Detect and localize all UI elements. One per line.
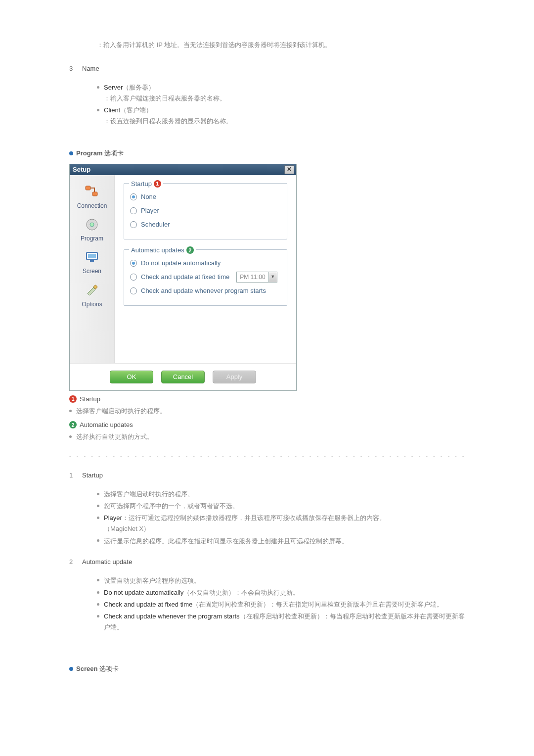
radio-label: Check and update whenever program starts [141, 285, 266, 296]
player-note: （MagicNet X） [104, 523, 465, 534]
time-value: PM 11:00 [237, 272, 268, 282]
setup-dialog: Setup ✕ Connection Program [69, 164, 297, 391]
list-item: 您可选择两个程序中的一个，或者两者皆不选。 [97, 501, 465, 512]
list-item: Player：运行可通过远程控制的媒体播放器程序，并且该程序可接收或播放保存在服… [97, 513, 465, 534]
sidebar-item-label: Connection [77, 201, 107, 211]
intro-note: ：输入备用计算机的 IP 地址。当无法连接到首选内容服务器时将连接到该计算机。 [69, 40, 465, 50]
radio-icon[interactable] [130, 274, 137, 281]
options-icon [84, 283, 100, 298]
dialog-title: Setup [73, 164, 90, 175]
screen-head-rest: 选项卡 [97, 665, 119, 672]
radio-label: None [141, 191, 156, 202]
sidebar-item-label: Options [82, 299, 102, 309]
svg-rect-1 [92, 192, 97, 196]
radio-fixed-time[interactable]: Check and update at fixed time PM 11:00 … [130, 272, 281, 283]
list-item: 运行显示信息的程序。此程序在指定时间显示在服务器上创建并且可远程控制的屏幕。 [97, 536, 465, 547]
num-2: 2 [69, 557, 76, 634]
detail-2-auto: 2 Automatic update 设置自动更新客户端程序的选项。 Do no… [69, 557, 465, 634]
callout-2: 2 Automatic updates [69, 420, 465, 430]
radio-icon[interactable] [130, 221, 137, 228]
auto-legend: Automatic updates [131, 245, 184, 256]
bullet-icon [69, 151, 73, 155]
player-desc: ：运行可通过远程控制的媒体播放器程序，并且该程序可接收或播放保存在服务器上的内容… [122, 514, 386, 521]
badge-1-icon: 1 [69, 395, 77, 403]
badge-1-icon: 1 [154, 180, 161, 188]
num-1: 1 [69, 470, 76, 548]
close-icon[interactable]: ✕ [284, 165, 294, 174]
detail2-title: Automatic update [82, 557, 465, 567]
radio-icon[interactable] [130, 260, 137, 267]
ok-button[interactable]: OK [110, 371, 153, 383]
client-label: Client [104, 106, 120, 114]
badge-2-icon: 2 [186, 246, 194, 254]
radio-scheduler[interactable]: Scheduler [130, 219, 281, 230]
list-item: 选择客户端启动时执行的程序。 [97, 489, 465, 500]
player-label: Player [104, 514, 122, 521]
radio-icon[interactable] [130, 193, 137, 200]
list-item: 设置自动更新客户端程序的选项。 [97, 575, 465, 586]
client-desc: ：设置连接到日程表服务器的显示器的名称。 [104, 116, 465, 127]
program-tab-header: Program 选项卡 [69, 148, 465, 159]
radio-label: Check and update at fixed time [141, 272, 229, 283]
opt-fixed-desc: （在固定时间检查和更新）：每天在指定时间里检查更新版本并且在需要时更新客户端。 [192, 601, 443, 608]
radio-label: Do not update automatically [141, 258, 221, 269]
auto-updates-fieldset: Automatic updates 2 Do not update automa… [124, 249, 287, 306]
bullet-icon [69, 667, 73, 671]
list-item: Check and update whenever the program st… [97, 611, 465, 633]
name-title: Name [82, 63, 465, 74]
list-item: Do not update automatically（不要自动更新）：不会自动… [97, 587, 465, 598]
screen-icon [84, 249, 100, 265]
cancel-button[interactable]: Cancel [161, 371, 205, 383]
list-item: Check and update at fixed time（在固定时间检查和更… [97, 599, 465, 610]
detail-1-startup: 1 Startup 选择客户端启动时执行的程序。 您可选择两个程序中的一个，或者… [69, 470, 465, 548]
dialog-sidebar: Connection Program Screen [70, 175, 115, 363]
opt-no-update-label: Do not update automatically [104, 589, 183, 596]
radio-player[interactable]: Player [130, 205, 281, 216]
program-head-rest: 选项卡 [102, 149, 124, 157]
time-select[interactable]: PM 11:00 ▼ [236, 272, 277, 283]
section-3-name: 3 Name Server（服务器） ：输入客户端连接的日程表服务器的名称。 C… [69, 63, 465, 128]
radio-on-start[interactable]: Check and update whenever program starts [130, 285, 281, 296]
server-item: Server（服务器） ：输入客户端连接的日程表服务器的名称。 [97, 82, 465, 104]
dialog-footer: OK Cancel Apply [70, 363, 296, 390]
startup-fieldset: Startup 1 None Player [124, 183, 287, 239]
radio-icon[interactable] [130, 287, 137, 294]
num-3: 3 [69, 63, 76, 128]
sidebar-item-label: Program [81, 234, 103, 243]
opt-fixed-label: Check and update at fixed time [104, 601, 192, 608]
badge-2-icon: 2 [69, 421, 77, 428]
sidebar-item-label: Screen [83, 266, 101, 276]
radio-none[interactable]: None [130, 191, 281, 202]
titlebar: Setup ✕ [70, 164, 296, 175]
callout-1-desc: 选择客户端启动时执行的程序。 [69, 406, 465, 417]
opt-start-label: Check and update whenever the program st… [104, 613, 240, 620]
client-item: Client（客户端） ：设置连接到日程表服务器的显示器的名称。 [97, 105, 465, 127]
radio-label: Scheduler [141, 219, 170, 230]
apply-button[interactable]: Apply [213, 371, 256, 383]
svg-rect-5 [88, 254, 96, 258]
radio-no-update[interactable]: Do not update automatically [130, 258, 281, 269]
radio-icon[interactable] [130, 207, 137, 214]
sidebar-item-connection[interactable]: Connection [70, 182, 114, 213]
detail1-title: Startup [82, 470, 465, 481]
client-paren: （客户端） [120, 106, 152, 114]
startup-legend: Startup [131, 179, 152, 189]
callout-2-title: Automatic updates [80, 420, 133, 430]
program-icon [84, 217, 100, 233]
screen-head-bold: Screen [76, 665, 97, 672]
callout-2-desc: 选择执行自动更新的方式。 [69, 431, 465, 442]
opt-no-update-desc: （不要自动更新）：不会自动执行更新。 [183, 589, 299, 596]
dialog-panel: Startup 1 None Player [115, 175, 296, 363]
sidebar-item-screen[interactable]: Screen [70, 247, 114, 278]
sidebar-item-options[interactable]: Options [70, 281, 114, 311]
svg-rect-6 [90, 260, 94, 262]
chevron-down-icon[interactable]: ▼ [268, 272, 277, 282]
callout-1-title: Startup [80, 394, 100, 405]
program-head-bold: Program [76, 149, 102, 157]
svg-point-3 [90, 223, 94, 227]
server-desc: ：输入客户端连接的日程表服务器的名称。 [104, 93, 465, 104]
server-paren: （服务器） [123, 84, 155, 91]
sidebar-item-program[interactable]: Program [70, 215, 114, 245]
radio-label: Player [141, 205, 159, 216]
connection-icon [84, 184, 100, 200]
